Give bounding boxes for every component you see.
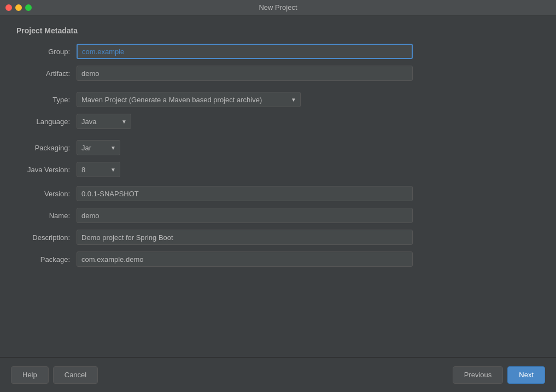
section-title: Project Metadata xyxy=(16,26,540,35)
language-select[interactable]: Java Kotlin Groovy xyxy=(77,114,131,129)
java-version-select[interactable]: 8 11 17 xyxy=(77,162,120,177)
artifact-input[interactable] xyxy=(77,66,413,81)
type-select-wrapper: Maven Project (Generate a Maven based pr… xyxy=(77,92,301,107)
type-row: Type: Maven Project (Generate a Maven ba… xyxy=(16,92,540,107)
footer: Help Cancel Previous Next xyxy=(0,357,556,392)
package-input[interactable] xyxy=(77,251,413,267)
version-input[interactable] xyxy=(77,186,413,201)
next-button[interactable]: Next xyxy=(507,366,545,384)
name-row: Name: xyxy=(16,208,540,223)
version-label: Version: xyxy=(16,190,77,198)
window-controls[interactable] xyxy=(5,4,32,11)
packaging-select-wrapper: Jar War ▼ xyxy=(77,140,120,155)
window-title: New Project xyxy=(259,3,297,11)
language-label: Language: xyxy=(16,118,77,126)
description-input[interactable] xyxy=(77,230,413,245)
maximize-button[interactable] xyxy=(25,4,32,11)
group-input[interactable] xyxy=(77,44,413,59)
name-label: Name: xyxy=(16,212,77,220)
description-row: Description: xyxy=(16,230,540,245)
close-button[interactable] xyxy=(5,4,12,11)
packaging-select[interactable]: Jar War xyxy=(77,140,120,155)
java-version-select-wrapper: 8 11 17 ▼ xyxy=(77,162,120,177)
package-label: Package: xyxy=(16,255,77,264)
cancel-button[interactable]: Cancel xyxy=(53,366,98,384)
java-version-row: Java Version: 8 11 17 ▼ xyxy=(16,162,540,177)
minimize-button[interactable] xyxy=(15,4,22,11)
packaging-label: Packaging: xyxy=(16,144,77,152)
packaging-row: Packaging: Jar War ▼ xyxy=(16,140,540,155)
type-label: Type: xyxy=(16,96,77,104)
footer-left: Help Cancel xyxy=(11,366,98,384)
group-row: Group: xyxy=(16,44,540,59)
footer-right: Previous Next xyxy=(453,366,545,384)
title-bar: New Project xyxy=(0,0,556,15)
artifact-label: Artifact: xyxy=(16,69,77,78)
previous-button[interactable]: Previous xyxy=(453,366,504,384)
type-select[interactable]: Maven Project (Generate a Maven based pr… xyxy=(77,92,301,107)
package-row: Package: xyxy=(16,251,540,267)
version-row: Version: xyxy=(16,186,540,201)
group-label: Group: xyxy=(16,48,77,56)
artifact-row: Artifact: xyxy=(16,66,540,81)
language-select-wrapper: Java Kotlin Groovy ▼ xyxy=(77,114,131,129)
java-version-label: Java Version: xyxy=(16,166,77,174)
description-label: Description: xyxy=(16,233,77,242)
main-content: Project Metadata Group: Artifact: Type: … xyxy=(0,15,556,357)
language-row: Language: Java Kotlin Groovy ▼ xyxy=(16,114,540,129)
help-button[interactable]: Help xyxy=(11,366,49,384)
name-input[interactable] xyxy=(77,208,413,223)
